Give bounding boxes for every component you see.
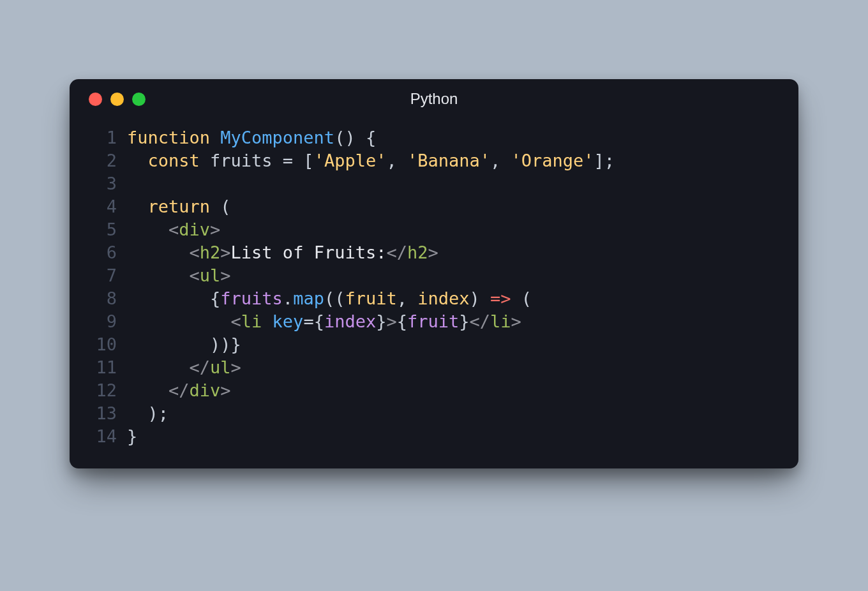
window-title: Python [70,90,798,108]
line-number: 12 [89,379,117,402]
window-titlebar: Python [70,79,798,119]
code-content: <ul> [127,264,231,287]
line-number: 6 [89,241,117,264]
line-number: 13 [89,402,117,425]
close-icon[interactable] [89,93,102,106]
code-line: 2 const fruits = ['Apple', 'Banana', 'Or… [89,149,779,172]
code-content: <div> [127,218,220,241]
code-line: 10 ))} [89,333,779,356]
code-content: ); [127,402,168,425]
line-number: 7 [89,264,117,287]
code-line: 9 <li key={index}>{fruit}</li> [89,310,779,333]
line-number: 1 [89,126,117,149]
line-number: 4 [89,195,117,218]
code-content: </ul> [127,356,241,379]
code-line: 14} [89,425,779,448]
line-number: 9 [89,310,117,333]
code-line: 6 <h2>List of Fruits:</h2> [89,241,779,264]
code-line: 7 <ul> [89,264,779,287]
code-line: 1function MyComponent() { [89,126,779,149]
code-line: 5 <div> [89,218,779,241]
line-number: 11 [89,356,117,379]
code-window: Python 1function MyComponent() {2 const … [70,79,798,468]
line-number: 2 [89,149,117,172]
line-number: 3 [89,172,117,195]
code-line: 11 </ul> [89,356,779,379]
code-content: <li key={index}>{fruit}</li> [127,310,521,333]
code-content: } [127,425,137,448]
code-content: {fruits.map((fruit, index) => ( [127,287,532,310]
line-number: 10 [89,333,117,356]
zoom-icon[interactable] [132,93,146,106]
code-content: return ( [127,195,231,218]
code-content: function MyComponent() { [127,126,376,149]
line-number: 14 [89,425,117,448]
code-content: ))} [127,333,241,356]
traffic-lights [89,93,146,106]
code-line: 4 return ( [89,195,779,218]
line-number: 5 [89,218,117,241]
code-content: </div> [127,379,231,402]
code-content: const fruits = ['Apple', 'Banana', 'Oran… [127,149,615,172]
code-line: 13 ); [89,402,779,425]
code-line: 3 [89,172,779,195]
code-line: 12 </div> [89,379,779,402]
minimize-icon[interactable] [110,93,124,106]
code-content: <h2>List of Fruits:</h2> [127,241,438,264]
line-number: 8 [89,287,117,310]
code-editor[interactable]: 1function MyComponent() {2 const fruits … [70,119,798,448]
code-line: 8 {fruits.map((fruit, index) => ( [89,287,779,310]
